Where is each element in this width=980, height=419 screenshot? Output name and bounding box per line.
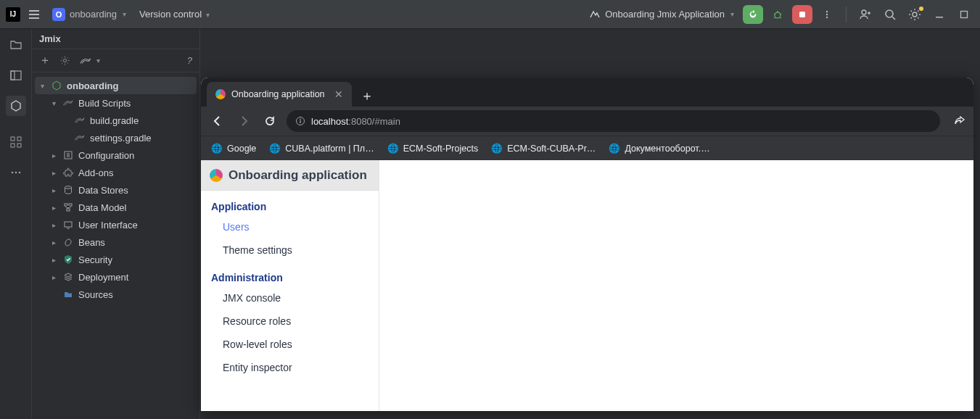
svg-rect-8 <box>936 17 943 18</box>
globe-icon: 🌐 <box>609 143 620 154</box>
rerun-button[interactable] <box>743 5 763 24</box>
bookmark-item[interactable]: 🌐ECM-Soft-CUBA-Pr… <box>491 143 596 154</box>
menu-item-resource-roles[interactable]: Resource roles <box>201 310 379 333</box>
share-button[interactable] <box>953 115 966 128</box>
gradle-icon <box>79 56 92 66</box>
ide-titlebar: IJ O onboarding ▾ Version control ▾ Onbo… <box>0 0 980 29</box>
tree-label: Configuration <box>78 150 134 161</box>
app-sidebar: Onboarding application Application Users… <box>201 160 379 411</box>
maximize-button[interactable] <box>954 5 974 24</box>
minimize-button[interactable] <box>929 5 950 24</box>
menu-item-entity-inspector[interactable]: Entity inspector <box>201 356 379 379</box>
tree-build-scripts[interactable]: ▾ Build Scripts <box>35 94 197 112</box>
browser-viewport: Onboarding application Application Users… <box>201 160 973 411</box>
bookmark-label: ECM-Soft-CUBA-Pr… <box>507 144 596 154</box>
vcs-menu[interactable]: Version control ▾ <box>135 6 214 22</box>
tree-user-interface[interactable]: ▸ User Interface <box>35 216 197 233</box>
chevron-right-icon[interactable]: ▸ <box>49 256 58 264</box>
menu-section-application: Application <box>201 191 379 215</box>
chevron-right-icon[interactable]: ▸ <box>49 273 58 281</box>
svg-rect-14 <box>11 144 15 147</box>
tree-settings-gradle[interactable]: ▾ settings.gradle <box>35 129 197 146</box>
tree-addons[interactable]: ▸ Add-ons <box>35 164 197 181</box>
gradle-tool-button[interactable] <box>79 56 92 66</box>
back-button[interactable] <box>208 112 227 130</box>
menu-item-theme-settings[interactable]: Theme settings <box>201 238 379 262</box>
tree-build-gradle[interactable]: ▾ build.gradle <box>35 112 197 129</box>
tree-configuration[interactable]: ▸ Configuration <box>35 146 197 164</box>
rail-more-button[interactable] <box>6 162 26 183</box>
reload-button[interactable] <box>260 112 279 130</box>
separator <box>846 7 847 22</box>
menu-item-jmx-console[interactable]: JMX console <box>201 286 379 310</box>
chevron-right-icon[interactable]: ▸ <box>49 186 58 194</box>
chevron-down-icon: ▾ <box>730 10 734 18</box>
url-path: :8080/#main <box>348 116 400 127</box>
run-config-selector[interactable]: Onboarding Jmix Application ▾ <box>585 7 738 22</box>
tree-data-model[interactable]: ▸ Data Model <box>35 199 197 216</box>
vcs-label: Version control <box>139 9 202 20</box>
bookmark-label: Документооборот.… <box>625 144 709 154</box>
new-tab-button[interactable]: ＋ <box>356 85 378 107</box>
tree-deployment[interactable]: ▸ Deployment <box>35 268 197 286</box>
rail-jmix-button[interactable] <box>6 96 26 116</box>
debug-button[interactable] <box>767 5 788 24</box>
svg-point-0 <box>775 12 781 18</box>
settings-tool-button[interactable] <box>59 55 70 66</box>
bookmarks-bar: 🌐Google 🌐CUBA.platform | Пл… 🌐ECM-Soft-P… <box>201 136 973 160</box>
main-menu-button[interactable] <box>25 5 44 24</box>
bookmark-item[interactable]: 🌐Google <box>211 143 256 154</box>
chevron-down-icon[interactable]: ▾ <box>49 99 58 107</box>
tree-label: build.gradle <box>90 115 139 126</box>
bookmark-item[interactable]: 🌐Документооборот.… <box>609 143 709 154</box>
tree-root[interactable]: ▾ onboarding <box>35 77 197 94</box>
tree-data-stores[interactable]: ▸ Data Stores <box>35 181 197 199</box>
code-with-me-button[interactable] <box>855 5 876 24</box>
gear-icon <box>59 55 70 66</box>
tree-label: Add-ons <box>78 167 113 178</box>
settings-button[interactable] <box>905 5 925 24</box>
rail-project-button[interactable] <box>6 35 26 55</box>
browser-window: Onboarding application ✕ ＋ localhost:808… <box>201 78 973 411</box>
chevron-down-icon[interactable]: ▾ <box>38 82 46 90</box>
svg-point-18 <box>18 172 20 174</box>
gradle-icon <box>74 132 86 144</box>
chevron-right-icon[interactable]: ▸ <box>49 238 58 246</box>
browser-tabbar: Onboarding application ✕ ＋ <box>201 78 973 107</box>
tree-beans[interactable]: ▸ Beans <box>35 233 197 251</box>
tree-label: Data Stores <box>78 185 128 196</box>
chevron-right-icon[interactable]: ▸ <box>49 221 58 229</box>
svg-rect-28 <box>300 120 300 123</box>
svg-point-4 <box>826 16 828 17</box>
forward-button[interactable] <box>234 112 253 130</box>
menu-item-users[interactable]: Users <box>201 215 379 238</box>
chevron-right-icon[interactable]: ▸ <box>49 204 58 212</box>
url-bar[interactable]: localhost:8080/#main <box>287 110 940 132</box>
project-badge-icon: O <box>52 8 65 21</box>
add-button[interactable]: ＋ <box>39 53 51 68</box>
bookmark-item[interactable]: 🌐CUBA.platform | Пл… <box>269 143 374 154</box>
project-tree[interactable]: ▾ onboarding ▾ Build Scripts ▾ build.gra… <box>32 72 199 307</box>
menu-item-row-level-roles[interactable]: Row-level roles <box>201 333 379 356</box>
rail-bookmarks-button[interactable] <box>6 132 26 152</box>
chevron-right-icon[interactable]: ▸ <box>49 152 58 159</box>
chevron-right-icon[interactable]: ▸ <box>49 169 58 177</box>
globe-icon: 🌐 <box>387 143 399 154</box>
tree-label: settings.gradle <box>90 133 152 144</box>
model-icon <box>62 202 74 213</box>
menu-section-administration: Administration <box>201 262 379 286</box>
bookmark-item[interactable]: 🌐ECM-Soft-Projects <box>387 143 479 154</box>
browser-tab[interactable]: Onboarding application ✕ <box>207 82 352 107</box>
bookmark-label: ECM-Soft-Projects <box>403 144 479 154</box>
help-button[interactable]: ? <box>187 55 192 66</box>
tree-security[interactable]: ▸ Security <box>35 251 197 268</box>
rail-structure-button[interactable] <box>6 65 26 86</box>
tree-sources[interactable]: ▸ Sources <box>35 286 197 303</box>
gradle-icon <box>74 115 86 126</box>
project-selector[interactable]: O onboarding ▾ <box>48 7 131 22</box>
more-actions-button[interactable] <box>817 5 837 24</box>
close-tab-button[interactable]: ✕ <box>334 88 343 100</box>
stop-button[interactable] <box>792 5 812 24</box>
app-logo-icon <box>215 89 226 99</box>
search-everywhere-button[interactable] <box>880 5 900 24</box>
